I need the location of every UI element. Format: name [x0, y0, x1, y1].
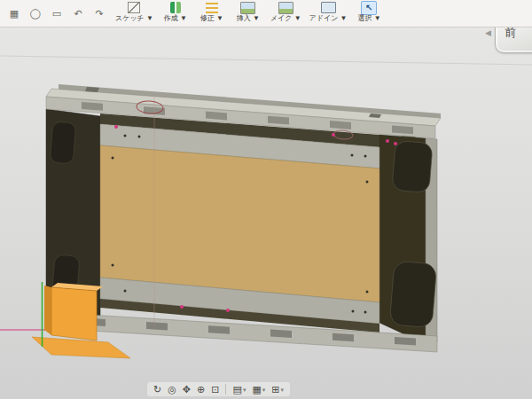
viewports-icon: ⊞ — [271, 385, 279, 395]
right-tab-upper[interactable] — [392, 140, 433, 192]
selected-component-front-face[interactable] — [51, 287, 97, 340]
menu-make[interactable]: メイク ▼ — [270, 2, 301, 27]
fusion360-window: ▦ ◯ ▭ ↶ ↷ スケッチ ▼ 作成 ▼ 修正 ▼ 挿入 ▼ — [0, 0, 532, 399]
addins-icon — [321, 2, 336, 13]
quick-access-toolbar: ▦ ◯ ▭ ↶ ↷ — [0, 0, 115, 27]
fit-icon: ⊡ — [211, 385, 219, 395]
3d-model[interactable] — [32, 84, 441, 358]
pan-icon: ✥ — [183, 385, 191, 395]
fit-button[interactable]: ⊡ — [211, 385, 219, 395]
insert-icon — [240, 2, 255, 14]
navigation-bar: ↻ ◎ ✥ ⊕ ⊡ ▤ ▾ ▦ ▾ ⊞ ▾ — [147, 382, 290, 396]
select-cursor-icon: ↖ — [361, 1, 377, 15]
ribbon-menus: スケッチ ▼ 作成 ▼ 修正 ▼ 挿入 ▼ メイク ▼ アドイン ▼ — [115, 0, 383, 27]
chevron-down-icon: ▾ — [262, 387, 266, 393]
menu-modify[interactable]: 修正 ▼ — [198, 2, 226, 27]
display-settings-icon: ▤ — [232, 385, 241, 395]
orbit-button[interactable]: ↻ — [153, 385, 161, 395]
make-icon — [278, 2, 293, 14]
zoom-icon: ⊕ — [197, 385, 205, 395]
grid-icon: ▦ — [252, 385, 261, 395]
chevron-down-icon: ▾ — [243, 387, 246, 393]
viewports-button[interactable]: ⊞ ▾ — [271, 385, 284, 395]
create-icon — [170, 2, 181, 13]
look-at-button[interactable]: ◎ — [168, 385, 176, 395]
save-button[interactable]: ◯ — [28, 8, 43, 20]
grid-and-snaps-button[interactable]: ▦ ▾ — [252, 385, 265, 395]
menu-sketch[interactable]: スケッチ ▼ — [115, 2, 153, 27]
navbar-divider — [225, 384, 226, 395]
selected-component-left-face[interactable] — [44, 286, 51, 335]
ground-grid-line — [0, 56, 532, 65]
chevron-down-icon: ▾ — [281, 387, 285, 393]
menu-addins[interactable]: アドイン ▼ — [309, 2, 348, 27]
menu-insert[interactable]: 挿入 ▼ — [234, 2, 262, 27]
sketch-icon — [128, 2, 140, 13]
pan-button[interactable]: ✥ — [183, 385, 191, 395]
redo-button[interactable]: ↷ — [92, 8, 106, 20]
data-panel-toggle-button[interactable]: ▦ — [7, 8, 21, 20]
undo-button[interactable]: ↶ — [71, 8, 85, 20]
display-settings-button[interactable]: ▤ ▾ — [232, 385, 246, 395]
window-button[interactable]: ▭ — [50, 8, 64, 20]
menu-select[interactable]: ↖ 選択 ▼ — [355, 2, 383, 27]
zoom-button[interactable]: ⊕ — [197, 385, 205, 395]
viewcube-rotate-arrow-icon[interactable]: ◀ — [485, 28, 491, 37]
menu-create[interactable]: 作成 ▼ — [161, 2, 190, 27]
top-toolbar: ▦ ◯ ▭ ↶ ↷ スケッチ ▼ 作成 ▼ 修正 ▼ 挿入 ▼ — [0, 0, 532, 27]
left-tab-upper[interactable] — [50, 121, 75, 164]
right-tab-lower[interactable] — [389, 261, 437, 328]
modify-icon — [206, 3, 218, 13]
look-at-icon: ◎ — [168, 385, 176, 395]
orbit-icon: ↻ — [153, 385, 161, 395]
3d-viewport[interactable] — [0, 0, 532, 399]
selected-component-base-plate[interactable] — [32, 337, 130, 358]
back-panel[interactable] — [100, 145, 379, 302]
